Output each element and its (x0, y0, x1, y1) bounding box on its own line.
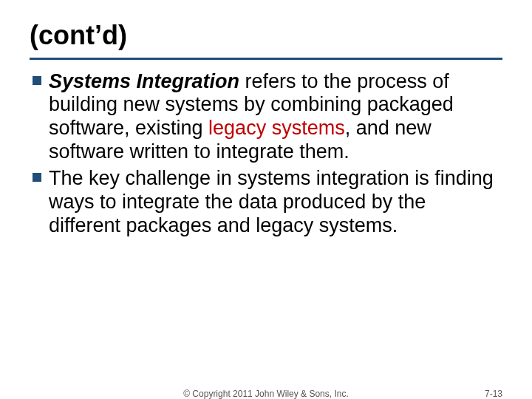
slide-title: (cont’d) (30, 21, 502, 50)
page-number: 7-13 (485, 389, 502, 399)
bullet-item: The key challenge in systems integration… (30, 167, 502, 238)
copyright-text: © Copyright 2011 John Wiley & Sons, Inc. (0, 389, 532, 399)
slide-body: Systems Integration refers to the proces… (30, 70, 502, 238)
bullet-item: Systems Integration refers to the proces… (30, 70, 502, 164)
bullet-text: The key challenge in systems integration… (49, 167, 494, 236)
title-rule (30, 58, 502, 60)
term-legacy-systems: legacy systems (208, 117, 345, 139)
slide: (cont’d) Systems Integration refers to t… (0, 0, 532, 399)
term-systems-integration: Systems Integration (49, 70, 239, 92)
bullet-list: Systems Integration refers to the proces… (30, 70, 502, 238)
